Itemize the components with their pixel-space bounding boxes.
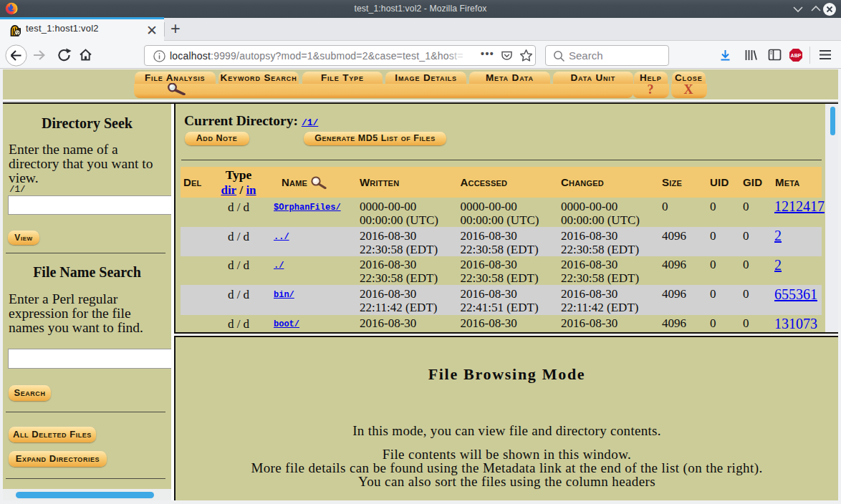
svg-text:ABP: ABP — [791, 53, 802, 58]
